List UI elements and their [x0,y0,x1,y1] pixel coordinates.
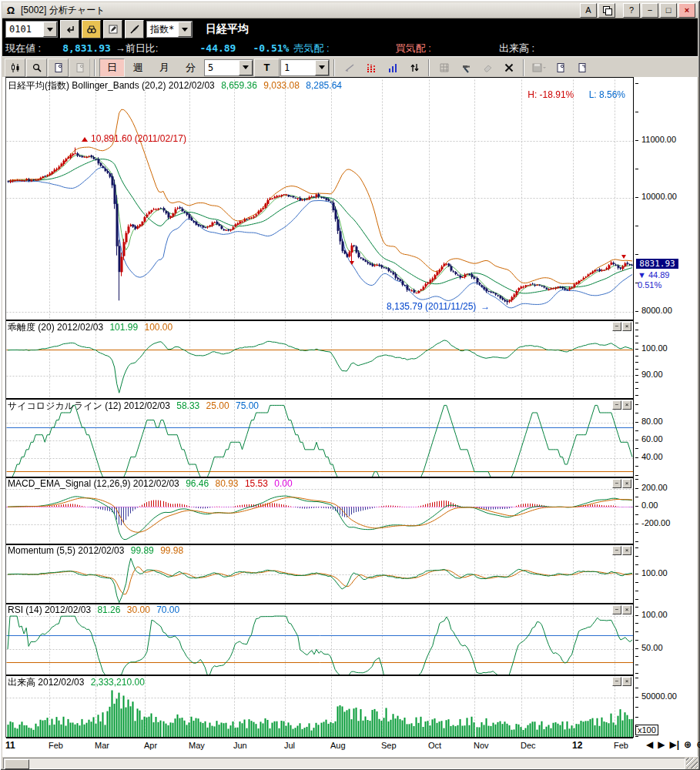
axis-tick-label: 80.00 [641,417,663,426]
low-pointer-icon: → [481,301,490,312]
chevron-down-icon[interactable] [315,60,329,75]
panel-minimize-button[interactable]: − [612,479,621,488]
volume-unit-label: x100 [635,725,658,735]
grid-icon[interactable] [434,59,454,77]
panel-minimize-button[interactable]: − [612,605,621,614]
edit-memo-button[interactable] [103,20,122,38]
panel-window-buttons: − × [612,400,631,410]
category-combobox[interactable]: 指数* [146,21,193,38]
current-price-tag: 8831.93 [636,259,678,269]
delete-icon[interactable] [498,59,519,77]
main-panel-title: 日経平均(指数) Bollinger_Bands (20,2) 2012/02/… [8,80,215,91]
zoom-icon[interactable] [26,59,47,77]
sort-arrows-icon[interactable] [404,59,424,77]
red-bars-icon[interactable] [360,59,381,77]
draw-line-icon[interactable] [339,59,360,77]
save-icon[interactable] [528,59,549,77]
scroll-left-icon[interactable]: ◀ [646,739,653,750]
panel-window-buttons: − × [612,605,631,614]
scroll-end-icon[interactable]: ▶| [669,739,679,750]
titlebar[interactable]: Ω [5002] 分析チャート A ? − □ × [2,2,698,18]
axis-tick [635,615,638,616]
panel-close-button[interactable]: × [622,546,631,555]
blue-bars-icon[interactable] [382,59,403,77]
symbol-search-button[interactable] [82,20,101,38]
axis-tick [635,413,638,413]
zoom-out-icon[interactable]: ⊖ [696,739,700,750]
line-width-select[interactable]: 1 [280,59,330,76]
x-axis-month-label: Jun [233,741,247,750]
axis-tick [635,564,638,565]
axis-tick [635,336,638,336]
period-daily-button[interactable]: 日 [99,59,125,77]
minimize-button[interactable]: − [641,3,658,18]
bar-width-select[interactable]: 5 [204,59,253,76]
font-size-button[interactable]: A [580,3,597,18]
axis-tick [635,673,638,674]
high-low-readout: H: -18.91% L: 8.56% [515,89,625,100]
chart-plot-stack: 日経平均(指数) Bollinger_Bands (20,2) 2012/02/… [5,77,634,738]
new-page-icon[interactable] [48,59,69,77]
line-width-value: 1 [281,62,293,73]
clear-memo-button[interactable] [125,20,144,38]
panel-close-button[interactable]: × [622,322,631,331]
candlestick-icon[interactable] [5,59,25,77]
price-change-readout: ▼ 44.89 [638,270,669,280]
panel-minimize-button[interactable]: − [612,677,621,686]
low-percent-label: L: 8.56% [589,89,625,100]
panel-close-button[interactable]: × [622,677,631,686]
period-minute-button[interactable]: 分 [178,59,203,77]
panel-close-button[interactable]: × [622,479,631,488]
axis-tick [635,395,638,396]
panel-minimize-button[interactable]: − [612,322,621,331]
chevron-down-icon[interactable] [43,22,57,37]
panel-close-button[interactable]: × [622,605,631,614]
text-tool-button[interactable]: T [254,59,280,77]
panel-close-button[interactable]: × [622,400,631,410]
maximize-button[interactable]: □ [660,3,677,18]
copy-window-icon [603,6,611,14]
scrollbar-track[interactable] [3,758,685,769]
axis-tick [635,323,638,323]
symbol-bar: 0101 指数* 日経平均 [2,18,698,41]
chart-nav-controls: ◀ ▶ ▶| ⊕ ⊖ [646,739,700,750]
period-monthly-button[interactable]: 月 [152,59,177,77]
page-add-icon[interactable] [550,59,571,77]
panel-window-buttons: − × [612,677,631,686]
bid-label: 買気配 : [396,42,431,55]
category-value: 指数* [147,23,177,36]
axis-tick-label: 0.00 [641,500,658,510]
panel-minimize-button[interactable]: − [612,400,621,410]
main-chart-canvas[interactable] [6,79,633,320]
axis-tick [635,479,638,480]
axis-tick-label: 50000.00 [641,691,677,701]
deviation-panel: 乖離度 (20) 2012/02/03 101.99 100.00 − × [6,321,633,398]
zoom-in-icon[interactable]: ⊕ [684,739,692,750]
chevron-down-icon[interactable] [178,22,192,37]
help-button[interactable]: ? [623,3,640,18]
bollinger-lower-value: 8,285.64 [306,80,342,91]
horizontal-scrollbar[interactable] [2,756,698,769]
latest-bar-marker [621,255,626,259]
eraser-icon[interactable] [477,59,497,77]
resize-grip[interactable] [686,758,698,768]
panel-minimize-button[interactable]: − [612,546,621,555]
period-weekly-button[interactable]: 週 [126,59,151,77]
chevron-down-icon[interactable] [239,60,253,75]
bollinger-mid-value: 8,659.36 [221,80,257,91]
axis-tick-label: 11000.00 [641,135,676,144]
x-axis-month-label: Sep [381,741,397,750]
axis-tick [635,582,638,583]
scroll-right-icon[interactable]: ▶ [658,739,665,750]
symbol-code-combobox[interactable]: 0101 [5,21,58,38]
scrollbar-thumb[interactable] [5,759,29,769]
high-percent-label: H: -18.91% [528,89,574,100]
axis-tick [635,169,638,169]
copy-page-icon[interactable] [69,59,90,77]
submit-button[interactable] [60,20,79,38]
settings-icon[interactable] [455,59,476,77]
close-button[interactable]: × [678,3,695,18]
page-export-icon[interactable] [571,59,592,77]
axis-tick [635,524,638,524]
duplicate-window-button[interactable] [598,3,615,18]
